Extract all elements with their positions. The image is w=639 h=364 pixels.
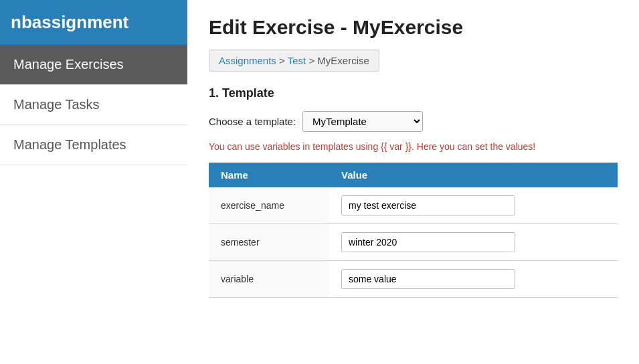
var-name: variable xyxy=(209,261,329,298)
var-value-input[interactable] xyxy=(341,269,515,289)
section-title: 1. Template xyxy=(209,86,618,100)
sidebar-item-manage-tasks[interactable]: Manage Tasks xyxy=(0,85,187,125)
variable-table-body: exercise_namesemestervariable xyxy=(209,187,618,298)
breadcrumb-test[interactable]: Test xyxy=(288,55,306,66)
var-value-cell xyxy=(329,224,618,261)
breadcrumb: Assignments > Test > MyExercise xyxy=(209,50,379,72)
template-label: Choose a template: xyxy=(209,116,296,127)
var-value-input[interactable] xyxy=(341,232,515,252)
col-name-header: Name xyxy=(209,163,329,187)
col-value-header: Value xyxy=(329,163,618,187)
main-content: Edit Exercise - MyExercise Assignments >… xyxy=(187,0,639,364)
var-name: semester xyxy=(209,224,329,261)
template-hint: You can use variables in templates using… xyxy=(209,141,618,152)
sidebar-brand: nbassignment xyxy=(0,0,187,45)
page-title: Edit Exercise - MyExercise xyxy=(209,16,618,39)
breadcrumb-assignments[interactable]: Assignments xyxy=(219,55,276,66)
variable-table: Name Value exercise_namesemestervariable xyxy=(209,163,618,298)
var-value-input[interactable] xyxy=(341,195,515,215)
table-row: exercise_name xyxy=(209,187,618,224)
sidebar-item-manage-exercises[interactable]: Manage Exercises xyxy=(0,45,187,85)
sidebar: nbassignment Manage Exercises Manage Tas… xyxy=(0,0,187,364)
sidebar-item-manage-templates[interactable]: Manage Templates xyxy=(0,125,187,165)
breadcrumb-current: MyExercise xyxy=(317,55,369,66)
var-value-cell xyxy=(329,261,618,298)
var-value-cell xyxy=(329,187,618,224)
template-row: Choose a template: MyTemplateOtherTempla… xyxy=(209,111,618,132)
table-row: semester xyxy=(209,224,618,261)
template-select[interactable]: MyTemplateOtherTemplate xyxy=(302,111,423,132)
table-row: variable xyxy=(209,261,618,298)
var-name: exercise_name xyxy=(209,187,329,224)
